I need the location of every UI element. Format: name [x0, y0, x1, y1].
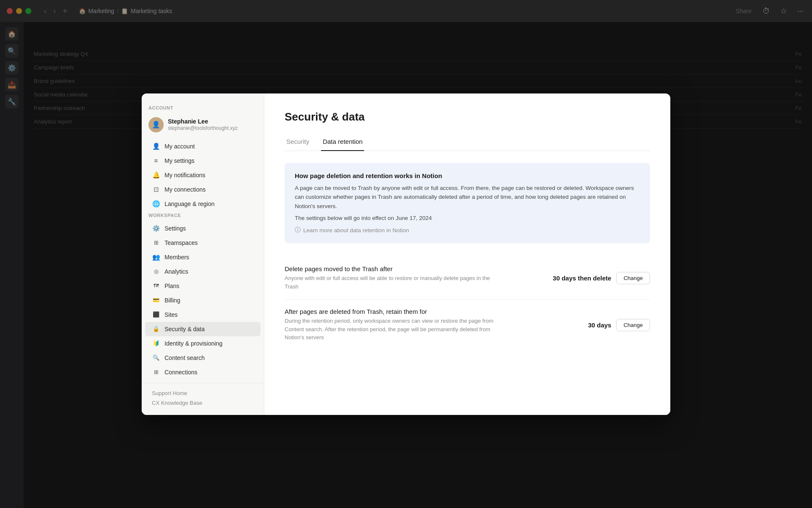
members-label: Members [165, 254, 189, 261]
user-avatar: 👤 [148, 117, 164, 132]
user-info: Stephanie Lee stephanie@toolsforthought.… [168, 118, 238, 132]
security-data-label: Security & data [165, 326, 205, 332]
sidebar-item-analytics[interactable]: ◎ Analytics [145, 264, 261, 279]
support-home-link[interactable]: Support Home [148, 388, 257, 398]
my-notifications-label: My notifications [165, 172, 205, 178]
sidebar-item-content-search[interactable]: 🔍 Content search [145, 351, 261, 365]
members-icon: 👥 [152, 253, 160, 261]
setting-desc-retain: During the retention period, only worksp… [285, 317, 505, 342]
setting-value-retain: 30 days [588, 321, 611, 329]
info-box-effective-date: The settings below will go into effect o… [295, 215, 640, 221]
sidebar-item-members[interactable]: 👥 Members [145, 250, 261, 264]
modal-overlay[interactable]: Account 👤 Stephanie Lee stephanie@toolsf… [0, 0, 812, 508]
sidebar-item-identity-provisioning[interactable]: 🔰 Identity & provisioning [145, 336, 261, 351]
sidebar-item-settings[interactable]: ⚙️ Settings [145, 221, 261, 236]
sites-icon: ⬛ [152, 310, 160, 319]
sites-label: Sites [165, 311, 178, 318]
sidebar-item-connections[interactable]: ⊞ Connections [145, 365, 261, 379]
info-box-title: How page deletion and retention works in… [295, 172, 640, 179]
security-data-icon: 🔒 [152, 325, 160, 333]
language-region-icon: 🌐 [152, 200, 160, 208]
settings-label: Settings [165, 225, 186, 232]
sidebar-item-language-region[interactable]: 🌐 Language & region [145, 197, 261, 211]
modal-sidebar: Account 👤 Stephanie Lee stephanie@toolsf… [142, 93, 264, 415]
analytics-icon: ◎ [152, 267, 160, 276]
page-title: Security & data [285, 110, 650, 124]
my-account-icon: 👤 [152, 142, 160, 151]
info-box-description: A page can be moved to Trash by anyone w… [295, 184, 640, 211]
tab-data-retention[interactable]: Data retention [321, 134, 364, 151]
my-notifications-icon: 🔔 [152, 171, 160, 179]
modal-content: Security & data Security Data retention … [264, 93, 670, 415]
sidebar-item-my-notifications[interactable]: 🔔 My notifications [145, 168, 261, 182]
plans-label: Plans [165, 283, 179, 289]
sidebar-item-plans[interactable]: 🗺 Plans [145, 279, 261, 293]
info-box: How page deletion and retention works in… [285, 163, 650, 244]
plans-icon: 🗺 [152, 282, 160, 290]
setting-right-delete: 30 days then delete Change [553, 272, 650, 284]
setting-row-retain-after: After pages are deleted from Trash, reta… [285, 299, 650, 350]
billing-icon: 💳 [152, 296, 160, 305]
setting-left-retain: After pages are deleted from Trash, reta… [285, 308, 505, 342]
setting-right-retain: 30 days Change [588, 319, 650, 331]
modal-dialog: Account 👤 Stephanie Lee stephanie@toolsf… [142, 93, 670, 415]
sidebar-item-my-settings[interactable]: ≡ My settings [145, 154, 261, 168]
user-name: Stephanie Lee [168, 118, 238, 125]
my-connections-label: My connections [165, 186, 206, 193]
my-settings-icon: ≡ [152, 157, 160, 165]
my-settings-label: My settings [165, 157, 195, 164]
sidebar-item-my-account[interactable]: 👤 My account [145, 139, 261, 154]
tab-security[interactable]: Security [285, 134, 311, 151]
teamspaces-icon: ⊞ [152, 239, 160, 247]
workspace-section-label: Workspace [142, 213, 264, 221]
sidebar-item-my-connections[interactable]: ⊡ My connections [145, 182, 261, 197]
settings-icon: ⚙️ [152, 224, 160, 233]
my-connections-icon: ⊡ [152, 185, 160, 194]
connections-icon: ⊞ [152, 368, 160, 376]
user-email: stephanie@toolsforthought.xyz [168, 125, 238, 132]
change-button-delete[interactable]: Change [616, 272, 650, 284]
analytics-label: Analytics [165, 268, 188, 275]
setting-desc-delete: Anyone with edit or full access will be … [285, 274, 505, 291]
setting-title-retain: After pages are deleted from Trash, reta… [285, 308, 505, 315]
content-search-icon: 🔍 [152, 354, 160, 362]
setting-left-delete: Delete pages moved to the Trash after An… [285, 265, 505, 291]
identity-provisioning-icon: 🔰 [152, 339, 160, 348]
connections-label: Connections [165, 369, 198, 376]
info-icon: ⓘ [295, 226, 301, 234]
my-account-label: My account [165, 143, 195, 150]
teamspaces-label: Teamspaces [165, 239, 198, 246]
sidebar-item-sites[interactable]: ⬛ Sites [145, 308, 261, 322]
setting-value-delete: 30 days then delete [553, 275, 611, 282]
content-search-label: Content search [165, 354, 205, 361]
billing-label: Billing [165, 297, 180, 304]
tabs-container: Security Data retention [285, 134, 650, 151]
user-profile: 👤 Stephanie Lee stephanie@toolsforthough… [142, 114, 264, 139]
setting-row-delete-after: Delete pages moved to the Trash after An… [285, 257, 650, 299]
sidebar-item-billing[interactable]: 💳 Billing [145, 293, 261, 308]
change-button-retain[interactable]: Change [616, 319, 650, 331]
cx-knowledge-base-link[interactable]: CX Knowledge Base [148, 398, 257, 408]
language-region-label: Language & region [165, 200, 214, 207]
sidebar-item-teamspaces[interactable]: ⊞ Teamspaces [145, 236, 261, 250]
info-box-learn-more[interactable]: ⓘ Learn more about data retention in Not… [295, 226, 640, 234]
account-section-label: Account [142, 105, 264, 114]
setting-title-delete: Delete pages moved to the Trash after [285, 265, 505, 272]
identity-provisioning-label: Identity & provisioning [165, 340, 222, 347]
sidebar-item-security-data[interactable]: 🔒 Security & data [145, 322, 261, 336]
